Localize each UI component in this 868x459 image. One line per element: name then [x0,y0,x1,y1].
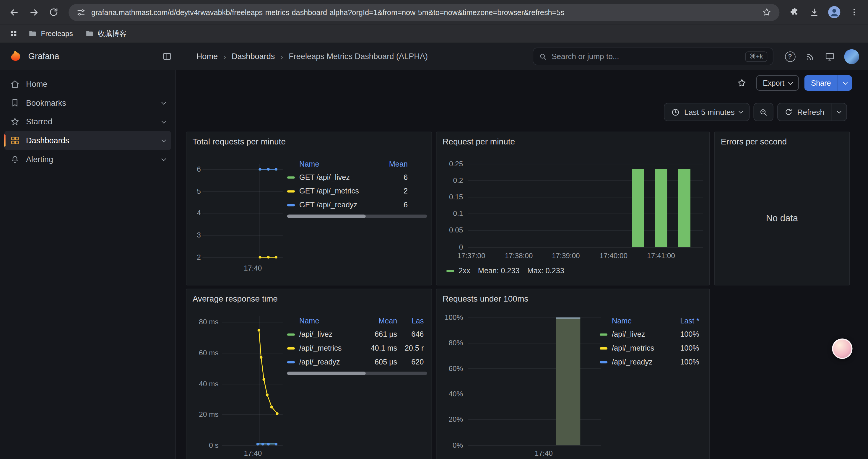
chevron-down-icon[interactable] [162,102,165,104]
series-name[interactable]: /api/_livez [299,330,332,338]
favorite-star-button[interactable] [733,74,751,92]
browser-reload-button[interactable] [44,3,63,22]
legend-scrollbar[interactable] [287,371,427,375]
browser-menu-icon[interactable] [845,3,864,22]
time-range-label: Last 5 minutes [684,107,735,117]
help-icon[interactable]: ? [781,47,799,65]
y-tick-label: 4 [197,209,201,217]
sidebar-item-dashboards[interactable]: Dashboards [4,131,171,150]
site-controls-icon[interactable] [76,7,86,17]
legend-row[interactable]: /api/_livez 661 µs 646 [287,328,427,341]
rss-news-icon[interactable] [801,47,819,65]
panel-title[interactable]: Request per minute [442,137,515,146]
legend-col-name[interactable]: Name [600,317,672,325]
series-last: 100% [672,344,699,352]
panel-average-response-time: Average response time 80 ms60 ms40 ms20 … [186,289,432,459]
grafana-logo[interactable] [9,50,23,64]
y-tick-label: 20 ms [199,410,218,419]
sidebar-item-bookmarks[interactable]: Bookmarks [4,93,171,112]
share-button[interactable]: Share [804,75,852,91]
series-last: 620 [397,358,424,366]
panel-title[interactable]: Average response time [193,294,278,303]
breadcrumb-dashboards[interactable]: Dashboards [231,52,275,61]
apps-grid-icon[interactable] [6,26,21,41]
series-name[interactable]: /api/_readyz [299,358,340,366]
legend-row[interactable]: /api/_metrics 100% [600,341,704,355]
breadcrumb-separator: › [280,52,283,61]
export-button[interactable]: Export [756,75,799,91]
bookmark-folder-blogs[interactable]: 收藏博客 [80,26,131,41]
browser-back-button[interactable] [4,3,23,22]
scrollbar-thumb[interactable] [287,215,366,218]
sidebar-item-home[interactable]: Home [4,75,171,94]
series-name[interactable]: 2xx [459,267,470,275]
legend-row[interactable]: /api/_metrics 40.1 ms 20.5 r [287,341,427,355]
downloads-icon[interactable] [805,3,824,22]
series-name[interactable]: /api/_metrics [612,344,654,352]
share-label[interactable]: Share [804,75,838,91]
bookmark-folder-freeleaps[interactable]: Freeleaps [23,27,78,40]
legend-stats[interactable]: 2xx Mean: 0.233 Max: 0.233 [446,267,564,275]
browser-profile-avatar[interactable] [825,3,844,22]
series-name[interactable]: /api/_metrics [299,344,342,352]
sidebar-item-starred[interactable]: Starred [4,112,171,131]
panel-title[interactable]: Requests under 100ms [442,294,528,303]
refresh-button[interactable]: Refresh [777,103,847,121]
breadcrumb-home[interactable]: Home [196,52,218,61]
legend-col-mean[interactable]: Mean [375,160,408,168]
chart-request-per-minute[interactable] [468,164,703,247]
legend-row[interactable]: /api/_readyz 100% [600,355,704,369]
chevron-down-icon[interactable] [162,121,165,123]
data-point [260,356,262,359]
y-tick-label: 6 [197,165,201,173]
time-range-picker[interactable]: Last 5 minutes [664,103,749,121]
legend-row[interactable]: /api/_livez 100% [600,328,704,341]
chevron-down-icon[interactable] [162,140,165,141]
sidebar-toggle-icon[interactable] [158,47,176,65]
y-tick-label: 0 [459,243,463,251]
assistant-avatar-widget[interactable] [832,338,852,359]
legend-col-mean[interactable]: Mean [363,317,397,325]
legend-col-last[interactable]: Last * [672,317,699,325]
bookmark-star-icon[interactable] [762,7,772,17]
legend-col-last[interactable]: Las [397,317,424,325]
series-name[interactable]: GET /api/_metrics [299,187,359,195]
browser-forward-button[interactable] [24,3,43,22]
address-bar[interactable]: grafana.mathmast.com/d/deytv4rwavabkb/fr… [68,4,779,21]
legend-row[interactable]: GET /api/_readyz 6 [287,198,427,212]
kiosk-monitor-icon[interactable] [821,47,839,65]
search-input[interactable]: Search or jump to... ⌘+k [533,47,773,65]
panel-title[interactable]: Errors per second [721,137,787,146]
series-name[interactable]: GET /api/_readyz [299,201,357,209]
series-name[interactable]: /api/_livez [612,330,645,338]
legend-col-name[interactable]: Name [287,317,363,325]
refresh-interval-dropdown[interactable] [831,103,846,121]
legend-row[interactable]: GET /api/_metrics 2 [287,184,427,198]
chart-requests-under-100ms[interactable] [468,318,601,446]
zoom-out-button[interactable] [753,103,773,121]
panel-title[interactable]: Total requests per minute [193,137,286,146]
legend-row[interactable]: GET /api/_livez 6 [287,170,427,184]
data-point [275,168,277,170]
dashboard-actions: Export Share [733,74,852,92]
x-axis-labels: 17:40 [222,449,283,458]
legend-scrollbar[interactable] [287,215,427,218]
sidebar-item-label: Dashboards [26,136,69,145]
bookmark-label: 收藏博客 [98,28,126,38]
series-name[interactable]: GET /api/_livez [299,173,350,182]
legend-col-name[interactable]: Name [287,160,375,168]
user-avatar[interactable] [844,49,859,64]
series-color-dash [287,333,295,335]
chart-total-requests[interactable] [203,164,283,261]
extensions-icon[interactable] [785,3,804,22]
series-name[interactable]: /api/_readyz [612,358,653,366]
chevron-down-icon[interactable] [162,158,165,160]
sidebar-item-alerting[interactable]: Alerting [4,150,171,169]
legend-row[interactable]: /api/_readyz 605 µs 620 [287,355,427,369]
bookmark-label: Freeleaps [41,29,73,37]
series-color-dash [446,270,454,272]
chart-average-response-time[interactable] [222,316,283,445]
y-tick-label: 60% [449,364,463,372]
share-dropdown-icon[interactable] [838,75,852,91]
scrollbar-thumb[interactable] [287,371,366,375]
